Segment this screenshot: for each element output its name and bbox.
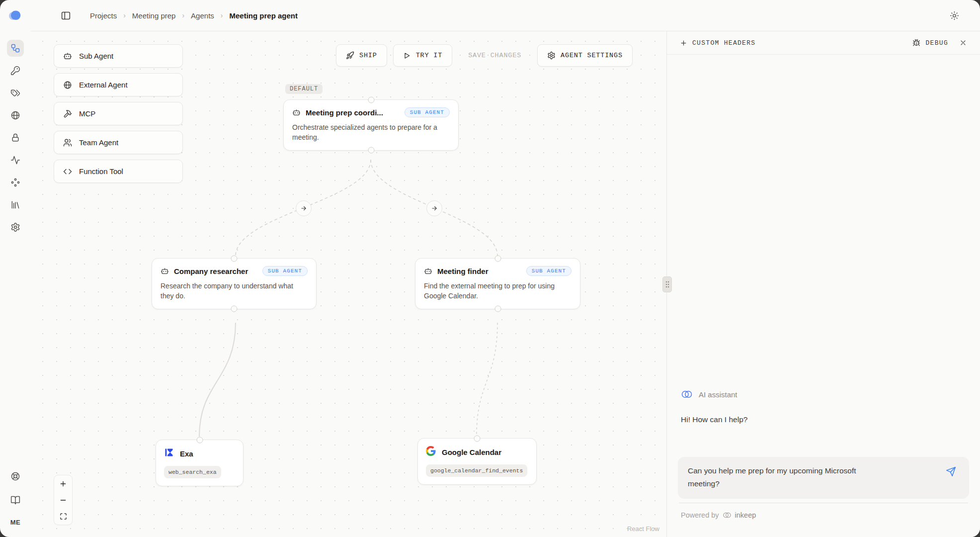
panel-resize-handle[interactable] (662, 276, 672, 292)
sidebar-item-security[interactable] (7, 129, 24, 146)
agent-settings-label: AGENT SETTINGS (561, 52, 623, 59)
edge-arrow-badge[interactable] (426, 200, 442, 216)
sun-icon (950, 11, 959, 20)
node-meeting-prep-coordinator[interactable]: Meeting prep coordi... SUB AGENT Orchest… (283, 99, 459, 151)
grip-dots-icon (665, 280, 670, 288)
breadcrumb-agents[interactable]: Agents (191, 11, 214, 20)
custom-headers-button[interactable]: CUSTOM HEADERS (680, 39, 755, 47)
sub-agent-badge: SUB AGENT (405, 107, 450, 117)
edge-arrow-badge[interactable] (296, 200, 312, 216)
palette-item-mcp[interactable]: MCP (54, 102, 183, 125)
node-handle-bottom[interactable] (231, 305, 238, 312)
palette-item-sub-agent[interactable]: Sub Agent (54, 44, 183, 68)
close-icon (959, 39, 967, 47)
inkeep-logo[interactable] (7, 9, 24, 22)
try-it-button-label: TRY IT (416, 52, 442, 59)
component-dots-icon (10, 178, 20, 187)
sidebar-item-credentials[interactable] (7, 85, 24, 101)
node-handle-bottom[interactable] (494, 305, 501, 312)
inkeep-assistant-icon (681, 388, 693, 400)
sidebar-item-domains[interactable] (7, 107, 24, 124)
sidebar-item-components[interactable] (7, 174, 24, 191)
rail-bottom-group: ME (7, 468, 24, 529)
node-company-researcher[interactable]: Company researcher SUB AGENT Research th… (152, 258, 317, 309)
save-changes-button[interactable]: SAVE CHANGES (458, 44, 531, 67)
theme-toggle-button[interactable] (950, 11, 959, 20)
agent-builder-app: ME Projects › Meeting prep › Agents › Me… (0, 0, 980, 537)
workflow-icon (10, 43, 20, 53)
palette-item-label: Function Tool (79, 167, 123, 176)
docs-button[interactable] (7, 492, 24, 509)
zoom-out-button[interactable] (54, 492, 72, 508)
try-it-button[interactable]: TRY IT (393, 44, 452, 67)
node-handle-top[interactable] (231, 256, 238, 262)
panel-header: CUSTOM HEADERS DEBUG (667, 31, 980, 55)
tool-name-pill: web_search_exa (164, 466, 221, 478)
node-handle-top[interactable] (196, 437, 203, 444)
bug-icon (912, 39, 920, 47)
lock-icon (10, 133, 20, 143)
chat-input[interactable]: Can you help me prep for my upcoming Mic… (678, 457, 969, 499)
play-icon (403, 52, 411, 60)
bot-icon (292, 108, 301, 117)
node-handle-top[interactable] (494, 256, 501, 262)
fit-view-button[interactable] (54, 508, 72, 525)
breadcrumb-separator: › (182, 11, 184, 19)
gear-icon (10, 222, 20, 232)
node-google-calendar-tool[interactable]: Google Calendar google_calendar_find_eve… (417, 438, 537, 485)
sidebar-item-api-keys[interactable] (7, 62, 24, 79)
debug-button[interactable]: DEBUG (912, 39, 948, 47)
palette-item-external-agent[interactable]: External Agent (54, 73, 183, 96)
edge-researcher-exa (199, 323, 236, 437)
ship-button[interactable]: SHIP (336, 44, 387, 67)
panel-toggle-button[interactable] (61, 10, 71, 21)
edge-finder-gcal (477, 323, 497, 435)
sidebar-item-activity[interactable] (7, 152, 24, 169)
node-handle-bottom[interactable] (368, 147, 374, 153)
palette-item-team-agent[interactable]: Team Agent (54, 131, 183, 154)
agent-settings-button[interactable]: AGENT SETTINGS (537, 44, 633, 67)
palette-item-function-tool[interactable]: Function Tool (54, 160, 183, 183)
breadcrumb-separator: › (123, 11, 126, 19)
node-meeting-finder[interactable]: Meeting finder SUB AGENT Find the extern… (415, 258, 580, 309)
send-icon (946, 466, 956, 477)
send-button[interactable] (946, 466, 956, 477)
node-handle-top[interactable] (474, 436, 481, 442)
bot-icon (161, 267, 169, 275)
powered-by-link[interactable]: Powered by inkeep (681, 511, 756, 520)
tool-title: Google Calendar (442, 448, 501, 456)
react-flow-attribution[interactable]: React Flow (627, 525, 659, 533)
code-icon (63, 167, 72, 176)
sidebar-item-graph[interactable] (7, 40, 24, 57)
key-icon (10, 66, 20, 76)
assistant-header: AI assistant (681, 388, 737, 400)
rail-icon-list (7, 40, 24, 236)
breadcrumb: Projects › Meeting prep › Agents › Meeti… (90, 11, 298, 20)
close-panel-button[interactable] (959, 39, 967, 47)
sidebar-item-settings[interactable] (7, 219, 24, 236)
google-logo (426, 446, 436, 458)
life-buoy-icon (10, 471, 20, 481)
palette-item-label: Team Agent (79, 138, 118, 147)
exa-logo (164, 448, 174, 459)
breadcrumb-project[interactable]: Meeting prep (132, 11, 176, 20)
node-description: Orchestrate specialized agents to prepar… (284, 117, 458, 150)
breadcrumb-current: Meeting prep agent (229, 11, 298, 20)
breadcrumb-projects[interactable]: Projects (90, 11, 117, 20)
node-handle-top[interactable] (368, 97, 374, 103)
node-exa-tool[interactable]: Exa web_search_exa (156, 440, 244, 486)
sidebar-item-library[interactable] (7, 196, 24, 213)
palette-item-label: External Agent (79, 81, 128, 89)
hammer-icon (63, 109, 72, 118)
default-tag: DEFAULT (285, 84, 323, 94)
sub-agent-badge: SUB AGENT (262, 266, 308, 276)
users-icon (63, 138, 72, 147)
zoom-controls (54, 475, 73, 525)
debug-label: DEBUG (925, 39, 948, 47)
help-button[interactable] (7, 468, 24, 485)
zoom-in-button[interactable] (54, 475, 72, 492)
graph-canvas[interactable]: Sub Agent External Agent MCP Team Agent … (31, 31, 666, 537)
node-palette: Sub Agent External Agent MCP Team Agent … (54, 44, 183, 183)
user-avatar[interactable]: ME (8, 516, 23, 529)
sub-agent-badge: SUB AGENT (526, 266, 572, 276)
